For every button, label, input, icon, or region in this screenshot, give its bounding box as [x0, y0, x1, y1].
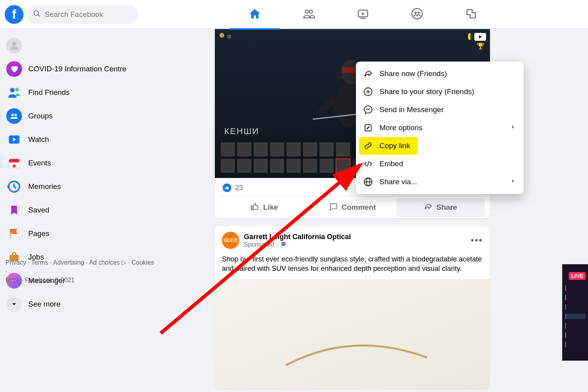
embed-label: Embed: [379, 160, 403, 168]
post-menu-button[interactable]: •••: [471, 235, 483, 246]
facebook-logo[interactable]: f: [5, 5, 24, 24]
messenger-outline-icon: [363, 105, 373, 115]
comment-label: Comment: [341, 203, 376, 212]
leftnav-watch[interactable]: Watch: [3, 128, 154, 151]
sponsored-post-card: GLCO Garrett Leight California Optical S…: [215, 226, 490, 389]
send-messenger-label: Send in Messenger: [379, 105, 444, 114]
like-count[interactable]: 23: [235, 184, 243, 192]
leftnav-see-more[interactable]: See more: [3, 292, 154, 316]
trophy-icon: 🏆: [477, 42, 485, 50]
leftnav-events[interactable]: Events: [3, 151, 154, 175]
comment-button[interactable]: Comment: [309, 198, 397, 217]
footer-link[interactable]: More: [5, 277, 20, 283]
leftnav-item-label: Memories: [28, 182, 61, 191]
sunglasses-image: [215, 279, 490, 389]
events-icon: [6, 155, 22, 171]
send-in-messenger[interactable]: Send in Messenger: [359, 101, 521, 119]
svg-point-4: [417, 11, 419, 13]
like-button[interactable]: Like: [220, 198, 309, 217]
watch-nav-icon: [6, 132, 22, 147]
leftnav-memories[interactable]: Memories: [3, 175, 154, 198]
share-icon: [424, 202, 432, 213]
globe-icon: [363, 177, 373, 187]
svg-point-3: [414, 11, 416, 13]
pip-row: [565, 332, 586, 338]
leftnav-find-friends[interactable]: Find Friends: [3, 81, 154, 104]
gear-icon: ✲: [227, 33, 232, 40]
share-button[interactable]: Share: [396, 198, 485, 217]
like-badge-icon: [223, 183, 231, 192]
footer-link[interactable]: Terms: [31, 259, 49, 266]
footer-link[interactable]: Cookies: [131, 259, 154, 266]
nav-groups[interactable]: [392, 1, 442, 28]
comment-icon: [329, 202, 338, 213]
groups-icon: [6, 108, 22, 124]
pages-icon: [6, 226, 22, 241]
share-now[interactable]: Share now (Friends): [359, 65, 521, 83]
sponsor-name[interactable]: Garrett Leight California Optical: [244, 233, 351, 241]
leftnav-item-label: Groups: [28, 112, 53, 120]
more-options[interactable]: More options: [359, 119, 521, 137]
embed-icon: [363, 159, 373, 169]
share-menu: Share now (Friends) Share to your story …: [356, 62, 524, 194]
nav-home[interactable]: [230, 1, 280, 28]
leftnav-item-label: Events: [28, 159, 51, 167]
edit-icon: [363, 123, 373, 133]
leftnav-item-label: Pages: [28, 229, 49, 238]
nav-gaming[interactable]: [446, 1, 496, 28]
leftnav-pages[interactable]: Pages: [3, 222, 154, 245]
pip-row: [565, 342, 586, 347]
footer-link[interactable]: Ad choices: [89, 259, 120, 266]
adchoices-icon: ▷: [122, 259, 126, 266]
footer-link[interactable]: Advertising: [53, 259, 84, 266]
pip-video[interactable]: LIVE: [562, 264, 588, 361]
search-box[interactable]: [27, 5, 138, 24]
media-badge-icon: [220, 33, 224, 38]
top-nav: [138, 1, 588, 28]
home-icon: [249, 7, 261, 22]
plus-circle-icon: [363, 87, 373, 97]
share-to-story[interactable]: Share to your story (Friends): [359, 83, 521, 101]
leftnav-item-label: Find Friends: [28, 88, 70, 97]
leftnav-item-label: COVID-19 Information Centre: [28, 65, 126, 73]
footer-copyright: Facebook © 2021: [25, 277, 75, 283]
nav-friends[interactable]: [284, 1, 334, 28]
embed[interactable]: Embed: [359, 155, 521, 173]
chevron-right-icon: [510, 123, 517, 132]
top-bar: f: [0, 0, 588, 29]
play-badge-icon: [474, 33, 486, 41]
post-body: Shop our first ever eco-friendly sunglas…: [215, 254, 490, 279]
leftnav-covid[interactable]: COVID-19 Information Centre: [3, 57, 154, 81]
nav-watch[interactable]: [338, 1, 388, 28]
sponsor-avatar[interactable]: GLCO: [222, 232, 239, 249]
saved-icon: [6, 202, 22, 218]
pip-row: [565, 314, 586, 319]
watch-icon: [357, 7, 369, 22]
media-badge-icon: [468, 33, 473, 40]
groups-circle-icon: [411, 7, 423, 22]
share-via[interactable]: Share via...: [359, 173, 521, 191]
thumb-icon: [250, 202, 259, 213]
media-caption: КЕНШИ: [224, 126, 259, 136]
share-via-label: Share via...: [379, 178, 417, 186]
sponsored-label: Sponsored: [244, 241, 274, 248]
like-label: Like: [263, 203, 278, 212]
leftnav-saved[interactable]: Saved: [3, 198, 154, 222]
sponsored-media[interactable]: [215, 279, 490, 389]
gaming-icon: [465, 7, 477, 22]
feed: ✲ 🏆 КЕНШИ ? P2: [215, 29, 490, 392]
chevron-down-icon: [6, 296, 22, 312]
search-input[interactable]: [45, 10, 123, 19]
more-options-label: More options: [379, 123, 423, 132]
svg-point-6: [10, 88, 15, 93]
svg-point-2: [412, 8, 423, 19]
share-arrow-icon: [363, 69, 373, 79]
share-story-label: Share to your story (Friends): [379, 87, 474, 96]
share-now-label: Share now (Friends): [379, 69, 447, 78]
copy-link[interactable]: Copy link: [359, 137, 418, 155]
leftnav-profile[interactable]: [3, 34, 154, 57]
leftnav-item-label: See more: [28, 300, 60, 309]
footer-link[interactable]: Privacy: [5, 259, 26, 266]
footer: Privacy · Terms · Advertising · Ad choic…: [5, 258, 157, 285]
leftnav-groups[interactable]: Groups: [3, 104, 154, 128]
